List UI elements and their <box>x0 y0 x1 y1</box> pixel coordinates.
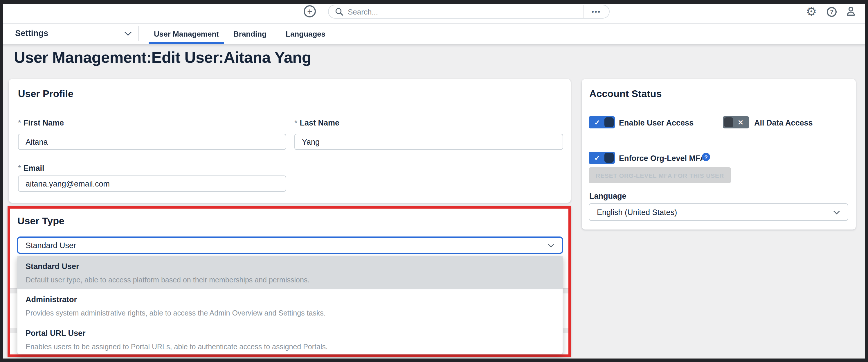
option-administrator[interactable]: Administrator Provides system administra… <box>18 289 563 323</box>
email-label: *Email <box>18 164 44 173</box>
enforce-mfa-label: Enforce Org-Level MFA <box>619 154 706 163</box>
required-marker: * <box>18 118 21 127</box>
x-icon: ✕ <box>733 119 748 126</box>
user-type-select-value: Standard User <box>18 241 548 250</box>
reset-mfa-button[interactable]: RESET ORG-LEVEL MFA FOR THIS USER <box>589 167 731 183</box>
global-search: ••• <box>328 5 610 19</box>
option-description: Provides system administrative rights, a… <box>26 309 555 317</box>
enable-user-access-label: Enable User Access <box>619 118 693 127</box>
option-name: Portal URL User <box>26 329 555 338</box>
search-options-ellipsis-icon[interactable]: ••• <box>584 8 609 15</box>
option-standard-user[interactable]: Standard User Default user type, able to… <box>18 256 563 289</box>
language-label: Language <box>589 192 626 200</box>
user-type-heading: User Type <box>18 216 64 227</box>
enforce-mfa-toggle[interactable]: ✓ <box>589 152 615 164</box>
language-select-value: English (United States) <box>589 208 833 217</box>
chevron-down-icon <box>833 210 840 214</box>
tab-user-management[interactable]: User Management <box>154 23 219 44</box>
enable-user-access-toggle[interactable]: ✓ <box>589 116 615 129</box>
toggle-knob <box>604 153 614 163</box>
chevron-down-icon <box>548 243 555 247</box>
required-marker: * <box>18 164 21 173</box>
language-select[interactable]: English (United States) <box>589 203 848 221</box>
option-portal-url-user[interactable]: Portal URL User Enables users to be assi… <box>18 323 563 355</box>
top-bar: + ••• ⚙ ? <box>0 0 868 24</box>
add-icon[interactable]: + <box>304 5 316 18</box>
check-icon: ✓ <box>590 119 604 126</box>
search-icon <box>335 7 343 16</box>
option-description: Default user type, able to access platfo… <box>26 276 555 284</box>
app-window: + ••• ⚙ ? Settings User Management Brand… <box>0 0 868 362</box>
all-data-access-label: All Data Access <box>754 118 813 127</box>
settings-dropdown[interactable]: Settings <box>15 28 48 38</box>
first-name-label: *First Name <box>18 118 64 127</box>
account-status-card: Account Status ✓ Enable User Access ✕ Al… <box>582 79 856 229</box>
user-type-section-highlight: User Type Standard User Standard User De… <box>7 206 571 357</box>
user-profile-card: User Profile *First Name *Last Name *Ema… <box>9 79 571 203</box>
first-name-field[interactable] <box>18 134 286 150</box>
nav-divider <box>138 26 139 41</box>
page-title: User Management:Edit User:Aitana Yang <box>14 49 311 67</box>
last-name-label: *Last Name <box>294 118 339 127</box>
toggle-knob <box>604 117 614 127</box>
chevron-down-icon[interactable] <box>124 31 132 36</box>
tab-languages[interactable]: Languages <box>286 23 326 44</box>
user-profile-heading: User Profile <box>18 88 73 100</box>
search-input[interactable] <box>343 7 583 16</box>
account-status-heading: Account Status <box>589 88 661 100</box>
all-data-access-toggle[interactable]: ✕ <box>723 116 749 129</box>
nav-row: Settings User Management Branding Langua… <box>0 23 868 44</box>
user-type-select[interactable]: Standard User <box>17 236 563 254</box>
toggle-knob <box>724 117 733 127</box>
help-icon[interactable]: ? <box>827 7 837 17</box>
tab-branding[interactable]: Branding <box>234 23 267 44</box>
required-marker: * <box>294 118 298 127</box>
option-name: Standard User <box>26 262 555 271</box>
check-icon: ✓ <box>590 154 604 161</box>
email-field[interactable] <box>18 175 286 192</box>
option-name: Administrator <box>26 295 555 304</box>
user-type-dropdown: Standard User Default user type, able to… <box>17 256 563 355</box>
mfa-help-icon[interactable]: ? <box>702 153 710 161</box>
user-profile-icon[interactable] <box>845 6 857 19</box>
gear-icon[interactable]: ⚙ <box>806 5 817 19</box>
last-name-field[interactable] <box>294 134 563 150</box>
option-description: Enables users to be assigned to Portal U… <box>26 343 555 351</box>
